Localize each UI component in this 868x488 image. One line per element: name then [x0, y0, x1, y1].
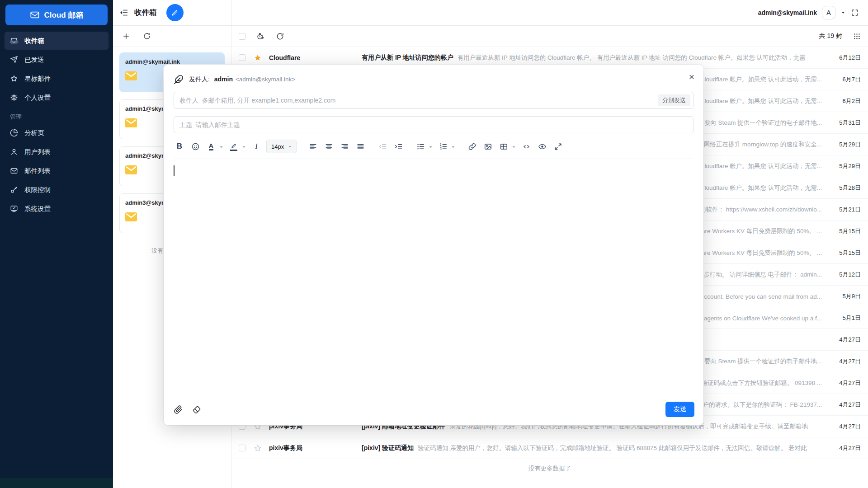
avatar[interactable]: A: [822, 6, 835, 19]
attachment-icon[interactable]: [174, 405, 183, 414]
mail-preview-fragment: Cloudflare 帐户。如果您 认可此活动，无需...: [700, 184, 822, 192]
star-icon: [10, 75, 18, 83]
sort-by-time-icon[interactable]: [256, 32, 265, 41]
sidebar-item-system[interactable]: 系统设置: [5, 200, 108, 218]
highlight-button[interactable]: [228, 141, 240, 152]
italic-button[interactable]: I: [250, 141, 262, 152]
compose-modal: 发件人: admin <admin@skymail.ink> × 分别发送 BA…: [164, 65, 703, 425]
image-button[interactable]: [482, 141, 494, 152]
mail-snippet: [pixiv] 验证码通知验证码通知 亲爱的用户，您好。请输入以下验证码，完成邮…: [362, 444, 868, 452]
compose-footer: 发送: [164, 402, 703, 425]
row-checkbox[interactable]: [239, 445, 245, 451]
from-label: 发件人:: [189, 75, 210, 83]
sidebar-item-inbox[interactable]: 收件箱: [5, 32, 108, 50]
close-icon[interactable]: ×: [689, 72, 694, 81]
mail-date: 5月31日: [826, 119, 868, 127]
chevron-down-icon[interactable]: [428, 145, 433, 150]
sidebar-item-sent[interactable]: 已发送: [5, 51, 108, 69]
mail-date: 4月27日: [826, 444, 868, 452]
mail-preview-fragment: 需要向 Steam 提供一个验证过的电子邮件地...: [698, 119, 822, 127]
refresh-accounts-icon[interactable]: [143, 32, 151, 40]
send-button[interactable]: 发送: [665, 402, 694, 417]
align-center-button[interactable]: [323, 141, 335, 152]
mail-preview-fragment: 一步行动。 访问详细信息 电子邮件： admin...: [698, 271, 822, 279]
chevron-down-icon[interactable]: [451, 145, 456, 150]
send-separately-button[interactable]: 分别发送: [658, 94, 690, 106]
sidebar-item-profile[interactable]: 个人设置: [5, 89, 108, 107]
sidebar-item-permissions[interactable]: 权限控制: [5, 181, 108, 199]
sidebar-menu: 收件箱已发送星标邮件个人设置管理分析页用户列表邮件列表权限控制系统设置: [0, 32, 113, 218]
mail-preview-fragment: 户的请求。以下是你的验证码： FB-21937...: [703, 401, 822, 409]
fullscreen-icon[interactable]: [851, 9, 859, 17]
key-icon: [10, 186, 18, 194]
collapse-menu-icon[interactable]: [119, 8, 128, 17]
align-justify-button[interactable]: [354, 141, 366, 152]
chevron-down-icon[interactable]: [511, 145, 516, 150]
compose-button[interactable]: [166, 4, 184, 21]
add-account-icon[interactable]: [122, 32, 130, 40]
layout-grid-icon[interactable]: [853, 33, 861, 40]
mail-preview-fragment: Cloudflare 帐户。如果您 认可此活动，无需...: [700, 162, 822, 170]
envelope-badge-icon: [125, 212, 137, 221]
mail-list-icon: [10, 167, 18, 175]
code-button[interactable]: [520, 141, 532, 152]
mail-date: 4月27日: [826, 336, 868, 344]
svg-text:3: 3: [440, 147, 442, 150]
chevron-down-icon[interactable]: [241, 145, 246, 150]
recipient-field-wrap: 分别发送: [174, 92, 693, 109]
editor-toolbar: BAI14px123: [174, 140, 693, 159]
mail-row[interactable]: pixiv事务局[pixiv] 验证码通知验证码通知 亲爱的用户，您好。请输入以…: [231, 437, 868, 459]
chevron-down-icon[interactable]: [219, 145, 224, 150]
align-left-icon: [309, 142, 317, 151]
sidebar-item-analytics[interactable]: 分析页: [5, 124, 108, 142]
star-icon[interactable]: [254, 54, 262, 62]
align-left-button[interactable]: [307, 141, 319, 152]
webmail-app: Cloud 邮箱 收件箱已发送星标邮件个人设置管理分析页用户列表邮件列表权限控制…: [0, 0, 868, 488]
sidebar-item-mails[interactable]: 邮件列表: [5, 162, 108, 180]
font-size-select[interactable]: 14px: [266, 140, 297, 153]
from-email: <admin@skymail.ink>: [236, 76, 295, 83]
sidebar-item-label: 权限控制: [24, 186, 51, 194]
mail-subject: 有用户从新 IP 地址访问您的帐户: [362, 54, 453, 61]
mail-preview-fragment: g agents on Cloudflare We've cooked up a…: [699, 314, 822, 321]
align-right-button[interactable]: [339, 141, 350, 152]
link-icon: [468, 142, 476, 151]
table-icon: [500, 142, 508, 151]
brand-logo-button[interactable]: Cloud 邮箱: [5, 5, 108, 25]
top-bar: admin@skymail.ink A: [231, 0, 868, 26]
mail-preview-fragment: account. Before you can send mail from a…: [701, 293, 822, 300]
indent-button[interactable]: [392, 141, 404, 152]
recipient-input[interactable]: [174, 92, 693, 109]
select-all-checkbox[interactable]: [239, 33, 245, 40]
row-checkbox[interactable]: [239, 54, 245, 61]
subject-input[interactable]: [174, 116, 693, 133]
star-icon[interactable]: [254, 444, 262, 452]
refresh-list-icon[interactable]: [276, 32, 284, 41]
mail-date: 5月29日: [826, 141, 868, 149]
bullet-list-button[interactable]: [415, 141, 426, 152]
bold-button[interactable]: B: [174, 141, 185, 152]
font-color-button[interactable]: A: [205, 141, 217, 152]
sidebar-section-label: 管理: [10, 113, 113, 121]
preview-button[interactable]: [536, 141, 548, 152]
table-button[interactable]: [498, 141, 509, 152]
mail-preview: 验证码通知 亲爱的用户，您好。请输入以下验证码，完成邮箱地址验证。 验证码 68…: [418, 445, 807, 451]
sidebar-item-starred[interactable]: 星标邮件: [5, 70, 108, 88]
font-color-icon: A: [209, 142, 214, 151]
mail-date: 5月12日: [826, 271, 868, 279]
mail-preview-fragment: lare Workers KV 每日免费层限制的 50%。 ...: [700, 249, 822, 257]
fullscreen-button[interactable]: [552, 141, 564, 152]
chevron-down-icon[interactable]: [840, 10, 846, 15]
ordered-list-button[interactable]: 123: [437, 141, 449, 152]
mail-date: 6月7日: [826, 75, 868, 84]
sidebar-footer-strip: [0, 478, 113, 488]
outdent-button[interactable]: [377, 141, 388, 152]
editor-body[interactable]: [164, 159, 703, 402]
link-button[interactable]: [466, 141, 478, 152]
clear-format-icon[interactable]: [192, 405, 202, 414]
image-icon: [484, 142, 492, 151]
sidebar-item-label: 个人设置: [24, 94, 51, 102]
emoji-button[interactable]: [189, 141, 201, 152]
sidebar-item-users[interactable]: 用户列表: [5, 143, 108, 161]
account-toolbar: [113, 26, 231, 47]
